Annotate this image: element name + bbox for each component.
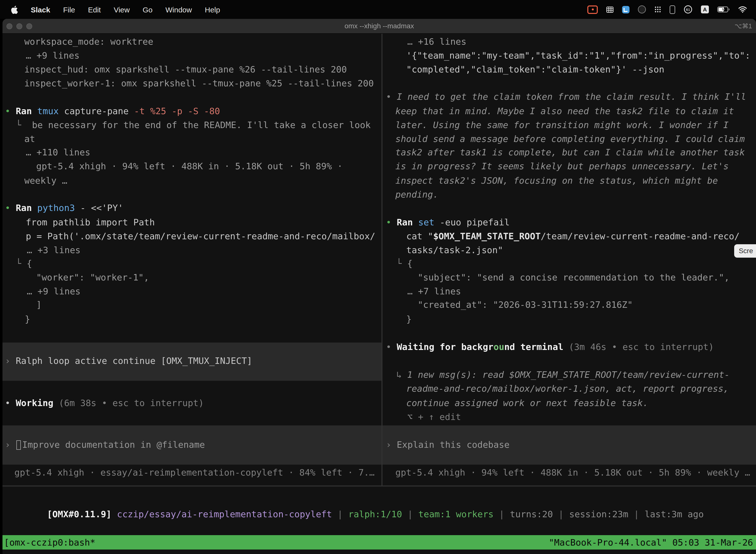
text-segment: "worker": "worker-1", xyxy=(36,272,149,282)
text-segment: ↳ xyxy=(396,369,407,380)
terminal-line: "subject": "send a concise recommendatio… xyxy=(418,271,730,284)
text-segment: gpt-5.4 xhigh · 94% left · 488K in · 5.1… xyxy=(36,161,342,171)
text-segment: I need to get the claim token from the c… xyxy=(397,91,746,102)
text-segment: tasks/task-2.json" xyxy=(406,245,503,255)
battery-gauge-value: 61 xyxy=(686,7,690,12)
text-segment: ] xyxy=(36,299,42,310)
left-pane[interactable]: workspace_mode: worktree… +9 linesinspec… xyxy=(2,34,381,486)
menu-bar-left: Slack File Edit View Go Window Help xyxy=(0,5,220,14)
separator: | xyxy=(499,509,504,519)
text-segment: tmux xyxy=(37,106,59,116)
text-segment: $OMX_TEAM_STATE_ROOT xyxy=(433,231,541,241)
right-pane[interactable]: … +16 lines'{"team_name":"my-team","task… xyxy=(382,34,756,486)
menu-item-view[interactable]: View xyxy=(114,5,130,14)
text-segment: └ xyxy=(16,120,32,130)
terminal-line: tasks/task-2.json" xyxy=(406,243,503,257)
text-segment: '{"team_name":"my-team","task_id":"1","f… xyxy=(406,50,750,61)
window-titlebar[interactable]: omx --xhigh --madmax ⌥⌘1 xyxy=(2,19,756,34)
menu-bar: Slack File Edit View Go Window Help 61 A xyxy=(0,0,756,19)
text-segment: nd terminal xyxy=(504,341,563,352)
separator: | xyxy=(634,509,639,519)
menu-app-name[interactable]: Slack xyxy=(31,5,50,14)
terminal-line: cat "$OMX_TEAM_STATE_ROOT/team/review-cu… xyxy=(406,229,740,243)
text-segment: "completed","claim_token":"claim-token"}… xyxy=(406,64,664,74)
input-source-label: A xyxy=(703,6,707,12)
pane-divider-vertical[interactable] xyxy=(381,34,382,486)
terminal-line: … +9 lines xyxy=(27,284,81,298)
pane-divider-horizontal[interactable] xyxy=(2,486,756,487)
screen-recording-icon[interactable] xyxy=(587,5,598,14)
text-segment: "subject": "send a concise recommendatio… xyxy=(418,272,730,282)
wifi-icon[interactable] xyxy=(738,6,747,13)
omx-session-time: session:23m xyxy=(569,509,628,519)
dots-grid-icon[interactable] xyxy=(654,6,661,13)
raycast-icon[interactable] xyxy=(622,6,630,13)
circle-glyph-icon xyxy=(638,5,646,13)
terminal-line: gpt-5.4 xhigh · 94% left · 488K in · 5.1… xyxy=(395,466,750,480)
terminal-line: • Working (6m 38s • esc to interrupt) xyxy=(5,396,204,410)
omx-worktree-path: cczip/essay/ai-reimplementation-copyleft xyxy=(117,509,332,519)
text-segment: Ran xyxy=(397,217,418,227)
text-segment: … +9 lines xyxy=(27,286,81,296)
text-segment: should send a message before completing … xyxy=(395,133,745,144)
battery-icon[interactable] xyxy=(717,6,730,12)
text-segment: keep that in mind. Maybe I also need the… xyxy=(395,106,734,116)
text-segment: /team/review-current-readme-and-reco/ xyxy=(541,231,740,241)
text-segment: } xyxy=(25,314,30,324)
text-segment: set xyxy=(418,217,434,227)
text-segment: (6m 38s • esc to interrupt) xyxy=(53,398,204,408)
menu-bar-status-icons: 61 A xyxy=(587,5,756,14)
menu-item-file[interactable]: File xyxy=(63,5,75,14)
menu-item-window[interactable]: Window xyxy=(166,5,192,14)
battery-gauge-icon[interactable]: 61 xyxy=(684,5,693,14)
terminal-line: • Ran set -euo pipefail xyxy=(386,215,510,229)
menu-item-help[interactable]: Help xyxy=(205,5,220,14)
terminal-line: } xyxy=(406,312,412,326)
terminal-line: ↳ 1 new msg(s): read $OMX_TEAM_STATE_ROO… xyxy=(396,368,730,382)
text-segment: } xyxy=(406,314,412,324)
text-segment: capture-pane xyxy=(59,106,134,116)
terminal-line: inspect_worker-1: omx sparkshell --tmux-… xyxy=(24,76,374,90)
app-circle-icon[interactable] xyxy=(638,5,646,13)
text-segment: workspace_mode: worktree xyxy=(24,36,153,47)
terminal-line: task2 after task1 is complete, but can I… xyxy=(395,146,745,159)
tmux-status-bar: [omx-cczip0:bash* "MacBook-Pro-44.local"… xyxy=(2,535,756,550)
terminal-line: is in progress? It seems likely but perh… xyxy=(395,159,729,173)
text-segment: { xyxy=(407,258,413,269)
terminal-line: "created_at": "2026-03-31T11:59:27.816Z" xyxy=(418,298,633,312)
terminal-line: • Ran python3 - <<'PY' xyxy=(5,201,123,215)
text-segment: • xyxy=(5,203,16,213)
text-segment: ⌥ + ↑ edit xyxy=(407,411,461,422)
terminal-line: … +7 lines xyxy=(407,284,461,298)
text-segment: continue assigned work or next feasible … xyxy=(406,398,648,408)
apple-menu-icon[interactable] xyxy=(11,5,18,14)
terminal-line: "worker": "worker-1", xyxy=(36,271,149,284)
text-segment: from pathlib import Path xyxy=(26,217,155,227)
text-segment: readme-and-reco/mailbox/worker-1.json, a… xyxy=(406,383,729,394)
separator: | xyxy=(558,509,564,519)
text-segment: • xyxy=(5,398,16,408)
text-segment: … +9 lines xyxy=(26,50,80,61)
separator: | xyxy=(407,509,413,519)
text-segment: { xyxy=(26,258,32,269)
desktop-screen: Slack File Edit View Go Window Help 61 A xyxy=(0,0,756,554)
text-segment: • xyxy=(5,106,16,116)
terminal-line: › Explain this codebase xyxy=(386,438,510,452)
terminal-line: readme-and-reco/mailbox/worker-1.json, a… xyxy=(406,382,729,396)
spreadsheet-grid-icon[interactable] xyxy=(606,6,614,13)
menu-item-go[interactable]: Go xyxy=(143,5,152,14)
utility-pill-icon[interactable] xyxy=(670,5,675,14)
text-segment: └ xyxy=(16,258,26,269)
terminal-line: └ { xyxy=(16,257,32,271)
terminal-line: } xyxy=(25,312,30,326)
terminal-line: • Waiting for background terminal (3m 46… xyxy=(386,340,714,354)
terminal-line: gpt-5.4 xhigh · 94% left · 488K in · 5.1… xyxy=(36,159,342,173)
text-segment: be necessary for the end of the README. … xyxy=(32,120,371,130)
terminal-line: inspect task2's JSON, focusing on the st… xyxy=(395,174,718,188)
terminal-line: └ { xyxy=(396,257,413,271)
omx-team-workers: team:1 workers xyxy=(419,509,494,519)
terminal-line: from pathlib import Path xyxy=(26,215,155,229)
input-source-icon[interactable]: A xyxy=(701,5,709,13)
menu-item-edit[interactable]: Edit xyxy=(88,5,101,14)
terminal-line: … +9 lines xyxy=(26,49,80,63)
